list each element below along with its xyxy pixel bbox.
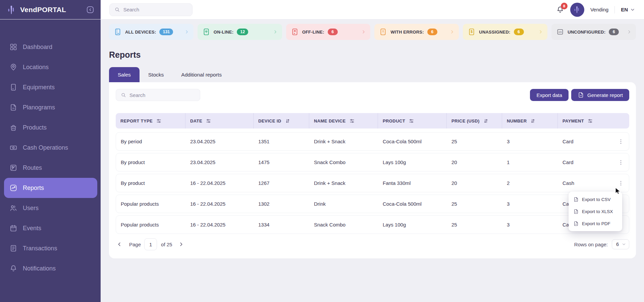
status-card-with-errors[interactable]: WITH ERRORS:6: [374, 24, 459, 40]
sidebar: DashboardLocationsEquipmentsPlanogramsPr…: [0, 19, 101, 302]
cell-device-id: 1334: [254, 222, 309, 228]
filter-icon[interactable]: [409, 118, 414, 124]
tab-stocks[interactable]: Stocks: [140, 67, 173, 82]
routes-icon: [9, 164, 17, 172]
file-icon: [573, 197, 579, 202]
status-card-label: UNASSIGNED:: [479, 30, 510, 35]
cell-payment: Card: [558, 158, 629, 167]
cell-price-usd: 20: [447, 180, 502, 186]
avatar[interactable]: [570, 3, 584, 17]
status-card-label: ON-LINE:: [214, 30, 233, 35]
notifications-button[interactable]: 8: [556, 6, 564, 14]
next-page-button[interactable]: [177, 241, 185, 248]
menu-item-export-to-csv[interactable]: Export to CSV: [569, 193, 622, 205]
users-icon: [9, 204, 17, 212]
prev-page-button[interactable]: [116, 241, 123, 248]
cell-date: 16 - 22.04.2025: [185, 201, 254, 207]
sidebar-item-planograms[interactable]: Planograms: [0, 97, 101, 117]
chevron-right-icon: [449, 29, 455, 35]
status-card-unconfigured[interactable]: </>UNCONFIGURED:6: [551, 24, 636, 40]
cell-report-type: By product: [116, 180, 185, 186]
pin-icon: [9, 63, 17, 71]
export-data-button[interactable]: Export data: [530, 89, 569, 101]
filter-icon[interactable]: [349, 118, 355, 124]
filter-icon[interactable]: [156, 118, 162, 124]
tab-sales[interactable]: Sales: [109, 67, 140, 82]
chevron-right-icon: [538, 29, 543, 35]
cell-price-usd: 20: [447, 159, 502, 165]
filter-icon[interactable]: [206, 118, 211, 124]
avatar-logo-mark: [573, 5, 581, 14]
sidebar-item-users[interactable]: Users: [0, 198, 101, 218]
row-actions-button[interactable]: [616, 179, 626, 188]
sidebar-collapse-button[interactable]: [86, 5, 95, 14]
sort-icon[interactable]: [530, 118, 536, 124]
dots-vertical-icon: [618, 138, 624, 145]
sidebar-item-routes[interactable]: Routes: [0, 158, 101, 178]
cell-product: Fanta 330ml: [378, 180, 447, 186]
device-status-bar: ALL DEVICES:131ON-LINE:12OFF-LINE:6WITH …: [109, 24, 636, 40]
tab-additional-reports[interactable]: Additional reports: [172, 67, 230, 82]
menu-item-export-to-xlsx[interactable]: Export to XLSX: [569, 205, 622, 217]
status-card-count: 131: [159, 29, 173, 35]
table-header: REPORT TYPEDATEDEVICE IDNAME DEVICEPRODU…: [116, 113, 629, 129]
status-card-unassigned[interactable]: $UNASSIGNED:6: [463, 24, 547, 40]
chevron-right-icon: [273, 29, 278, 35]
machine-icon: [114, 28, 122, 36]
sidebar-item-notifications[interactable]: Notifications: [0, 258, 101, 279]
status-card-off-line[interactable]: OFF-LINE:6: [286, 24, 371, 40]
cell-name-device: Drink + Snack: [309, 180, 378, 186]
sidebar-item-locations[interactable]: Locations: [0, 57, 101, 77]
sidebar-item-transactions[interactable]: Transactions: [0, 238, 101, 258]
sort-icon[interactable]: [483, 118, 489, 124]
chevron-right-icon: [184, 29, 190, 35]
sidebar-item-equipments[interactable]: Equipments: [0, 77, 101, 97]
filter-icon[interactable]: [587, 118, 593, 124]
toolbar-buttons: Export data Generate report: [530, 89, 629, 101]
file-icon: [573, 221, 579, 226]
chart-icon: [9, 184, 17, 192]
table-search[interactable]: [116, 89, 200, 101]
cell-date: 23.04.2025: [185, 139, 254, 144]
generate-report-button[interactable]: Generate report: [571, 89, 629, 101]
cell-device-id: 1302: [254, 201, 309, 207]
sidebar-item-reports[interactable]: Reports: [4, 178, 97, 198]
sidebar-item-events[interactable]: Events: [0, 218, 101, 238]
sidebar-item-dashboard[interactable]: Dashboard: [0, 37, 101, 57]
pagination: Page of 25 Rows on page: 6: [116, 238, 629, 250]
sidebar-item-label: Notifications: [23, 265, 56, 272]
language-selector[interactable]: EN: [621, 7, 635, 12]
status-card-count: 12: [237, 29, 248, 35]
global-search[interactable]: [109, 3, 193, 16]
cell-product: Coca-Cola 500ml: [378, 201, 447, 207]
sort-icon[interactable]: [285, 118, 290, 124]
column-header-price-usd: PRICE (USD): [446, 113, 502, 129]
status-card-all-devices[interactable]: ALL DEVICES:131: [109, 24, 194, 40]
top-bar: VendPORTAL 8: [0, 0, 644, 19]
cell-payment: Card: [558, 137, 629, 146]
cell-price-usd: 25: [447, 139, 502, 144]
machine-unassigned-icon: $: [468, 28, 476, 36]
sidebar-item-products[interactable]: Products: [0, 117, 101, 138]
column-header-name-device: NAME DEVICE: [309, 113, 378, 129]
rows-per-page-label: Rows on page:: [574, 242, 608, 247]
global-search-input[interactable]: [123, 7, 187, 12]
chevron-right-icon: [627, 29, 632, 35]
table-search-input[interactable]: [129, 92, 195, 98]
row-actions-button[interactable]: [616, 158, 626, 167]
calendar-icon: [9, 224, 17, 232]
dots-vertical-icon: [618, 159, 624, 166]
language-value: EN: [621, 7, 628, 12]
document-icon: [578, 92, 584, 98]
cell-report-type: By period: [116, 139, 185, 144]
menu-item-export-to-pdf[interactable]: Export to PDF: [569, 217, 622, 230]
sidebar-item-label: Products: [23, 124, 47, 131]
sidebar-item-label: Transactions: [23, 245, 57, 252]
rows-per-page-select[interactable]: 6: [612, 239, 629, 249]
svg-text:</>: </>: [558, 31, 562, 34]
row-actions-button[interactable]: [616, 137, 626, 146]
status-card-on-line[interactable]: ON-LINE:12: [198, 24, 282, 40]
sidebar-item-cash-operations[interactable]: Cash Operations: [0, 138, 101, 158]
page-number-input[interactable]: [144, 238, 157, 250]
machine-error-icon: [379, 28, 387, 36]
